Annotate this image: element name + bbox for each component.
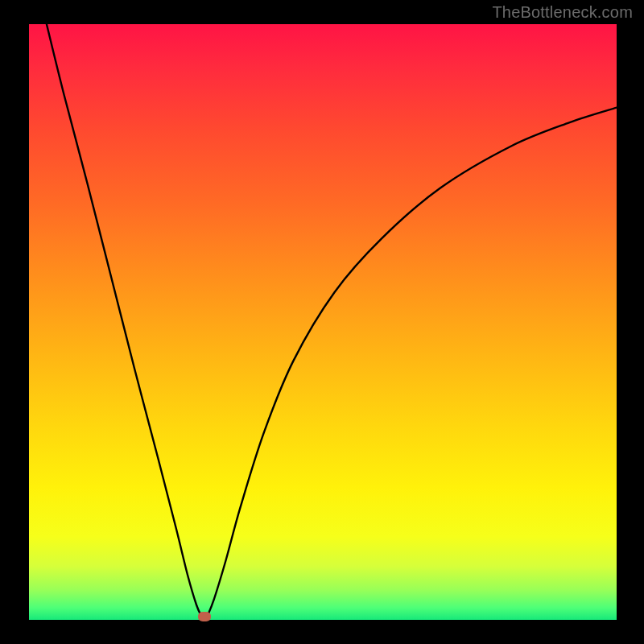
bottleneck-curve-left xyxy=(47,24,202,617)
plot-area xyxy=(29,24,617,620)
curve-svg xyxy=(29,24,617,620)
optimal-point-marker xyxy=(198,612,211,621)
watermark-text: TheBottleneck.com xyxy=(492,3,633,22)
chart-frame: TheBottleneck.com xyxy=(0,0,644,644)
bottleneck-curve-right xyxy=(207,108,617,617)
